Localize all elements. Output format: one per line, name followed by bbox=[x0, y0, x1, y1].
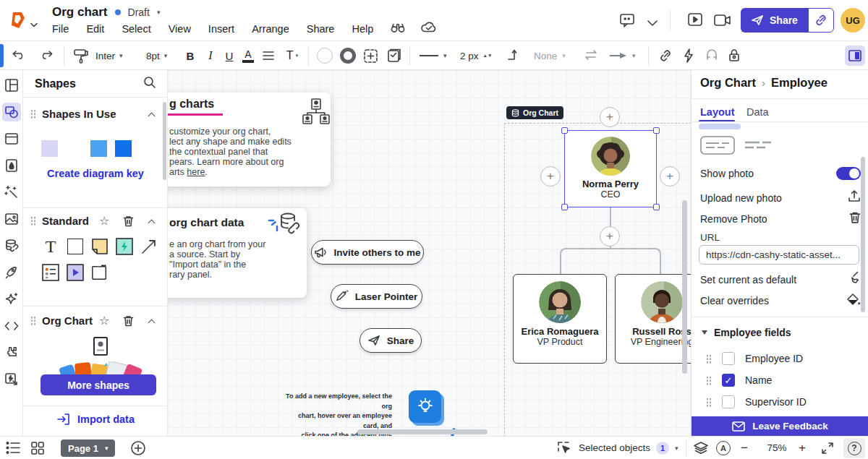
url-input[interactable]: https://cdn-cashy-static-asset... bbox=[699, 245, 859, 265]
swatch-blue[interactable] bbox=[115, 140, 132, 157]
selection-handle[interactable] bbox=[653, 204, 660, 210]
panel-toggle-button[interactable] bbox=[845, 46, 865, 66]
leave-feedback-button[interactable]: Leave Feedback bbox=[692, 416, 868, 436]
italic-button[interactable]: I bbox=[201, 46, 220, 66]
rail-code-icon[interactable] bbox=[2, 317, 21, 335]
hyperlink-icon[interactable] bbox=[658, 48, 673, 66]
canvas[interactable]: Org Chart + + + + bbox=[168, 70, 691, 436]
rail-integrations-icon[interactable] bbox=[2, 343, 21, 362]
shapes-in-use-header[interactable]: Shapes In Use bbox=[30, 108, 116, 120]
zoom-in-button[interactable]: + bbox=[799, 441, 806, 455]
favorite-star-icon[interactable]: ☆ bbox=[99, 214, 109, 228]
trash-icon[interactable] bbox=[849, 211, 861, 227]
present-play-icon[interactable] bbox=[687, 12, 703, 30]
connector-type-icon[interactable] bbox=[506, 48, 521, 65]
document-title[interactable]: Org chart bbox=[52, 5, 108, 20]
fullscreen-icon[interactable] bbox=[820, 441, 835, 458]
layout-style-lines-option[interactable] bbox=[744, 139, 773, 155]
header-chevron-down-icon[interactable] bbox=[647, 17, 658, 30]
collapse-chevron-icon[interactable] bbox=[148, 113, 156, 120]
line-color-button[interactable] bbox=[340, 48, 356, 64]
trash-icon[interactable] bbox=[123, 215, 134, 230]
org-chart-badge[interactable]: Org Chart bbox=[506, 106, 563, 119]
swap-endpoints-icon[interactable] bbox=[583, 49, 599, 64]
line-hops-select[interactable]: None▾ bbox=[534, 46, 566, 66]
canvas-share-button[interactable]: Share bbox=[359, 328, 422, 353]
selection-handle[interactable] bbox=[561, 127, 568, 134]
logo-chevron-down-icon[interactable] bbox=[30, 17, 38, 30]
rail-ink-icon[interactable] bbox=[2, 156, 21, 175]
magnetize-icon[interactable] bbox=[705, 48, 719, 66]
shape-text[interactable]: T bbox=[42, 238, 59, 255]
zoom-out-button[interactable]: − bbox=[741, 441, 748, 455]
shape-line[interactable] bbox=[140, 238, 158, 255]
page-tab[interactable]: Page 1 ▾ bbox=[61, 439, 115, 457]
add-employee-left-button[interactable]: + bbox=[540, 166, 561, 186]
trash-icon[interactable] bbox=[123, 315, 134, 330]
menu-help[interactable]: Help bbox=[352, 23, 373, 35]
copy-link-button[interactable] bbox=[808, 8, 834, 33]
employee-id-checkbox[interactable] bbox=[722, 352, 735, 365]
upload-icon[interactable] bbox=[848, 189, 861, 206]
canvas-vertical-scrollbar[interactable] bbox=[682, 200, 687, 374]
favorite-star-icon[interactable]: ☆ bbox=[99, 314, 109, 327]
undo-icon[interactable] bbox=[12, 48, 27, 64]
drag-handle-icon[interactable] bbox=[30, 109, 36, 119]
paint-bucket-icon[interactable] bbox=[846, 293, 861, 309]
rail-shapes-icon[interactable] bbox=[2, 103, 21, 121]
add-employee-right-button[interactable]: + bbox=[660, 166, 680, 186]
show-photo-toggle[interactable] bbox=[836, 167, 861, 180]
selection-handle[interactable] bbox=[653, 127, 660, 134]
paintbrush-icon[interactable] bbox=[847, 271, 861, 288]
add-page-button[interactable] bbox=[130, 440, 146, 459]
shape-process-list[interactable] bbox=[42, 264, 59, 281]
rail-image-icon[interactable] bbox=[2, 210, 21, 228]
rail-data-linking-icon[interactable] bbox=[2, 236, 21, 255]
theme-button[interactable] bbox=[363, 48, 378, 67]
layers-icon[interactable] bbox=[693, 441, 709, 458]
draft-caret-icon[interactable]: ▾ bbox=[157, 9, 161, 16]
fill-color-button[interactable] bbox=[317, 48, 333, 64]
font-size-select[interactable]: 8pt▾ bbox=[146, 46, 167, 66]
bold-button[interactable]: B bbox=[181, 46, 200, 66]
drag-handle-icon[interactable] bbox=[706, 376, 712, 385]
rail-frames-icon[interactable] bbox=[2, 129, 21, 148]
canvas-horizontal-scrollbar[interactable] bbox=[357, 429, 488, 434]
employee-fields-section[interactable]: Employee fields bbox=[702, 327, 791, 338]
menu-share[interactable]: Share bbox=[307, 23, 335, 35]
collapse-chevron-icon[interactable] bbox=[148, 319, 156, 327]
user-avatar[interactable]: UG bbox=[841, 8, 865, 33]
shape-smart-shape[interactable] bbox=[116, 238, 133, 255]
drag-handle-icon[interactable] bbox=[706, 398, 712, 407]
zoom-level[interactable]: 75% bbox=[761, 442, 793, 453]
add-employee-top-button[interactable]: + bbox=[600, 107, 620, 127]
breadcrumb-org-chart[interactable]: Org Chart bbox=[700, 76, 756, 90]
selected-objects-dropdown[interactable]: Selected objects 1 ▾ bbox=[557, 437, 678, 459]
laser-pointer-button[interactable]: Laser Pointer bbox=[331, 284, 422, 309]
name-checkbox[interactable]: ✓ bbox=[722, 374, 735, 387]
draft-status[interactable]: Draft bbox=[128, 7, 150, 18]
rail-sparkle-icon[interactable] bbox=[2, 290, 21, 309]
line-width-stepper[interactable]: 2 px ▲▼ bbox=[460, 46, 492, 66]
font-family-select[interactable]: Inter▾ bbox=[95, 46, 123, 66]
style-checklist-icon[interactable] bbox=[386, 48, 402, 67]
layout-style-card-option[interactable] bbox=[700, 136, 735, 158]
tab-data[interactable]: Data bbox=[746, 106, 769, 118]
drag-handle-icon[interactable] bbox=[706, 354, 712, 364]
find-binoculars-icon[interactable] bbox=[391, 22, 405, 36]
invite-others-button[interactable]: Invite others to me bbox=[311, 240, 424, 265]
shape-sticky-note[interactable] bbox=[91, 238, 109, 255]
pages-grid-icon[interactable] bbox=[30, 441, 45, 458]
video-camera-icon[interactable] bbox=[713, 14, 732, 30]
drag-handle-icon[interactable] bbox=[30, 316, 36, 325]
rail-automation-icon[interactable] bbox=[2, 370, 21, 389]
panel-scrollbar[interactable] bbox=[861, 157, 865, 312]
shape-media-player[interactable] bbox=[67, 264, 84, 281]
import-data-link[interactable]: Import data bbox=[23, 413, 168, 426]
menu-select[interactable]: Select bbox=[122, 23, 150, 35]
text-color-button[interactable]: A bbox=[239, 46, 258, 66]
lucid-logo[interactable] bbox=[7, 9, 27, 34]
menu-file[interactable]: File bbox=[52, 23, 69, 35]
format-painter-icon[interactable] bbox=[72, 48, 90, 67]
more-shapes-button[interactable]: More shapes bbox=[41, 374, 156, 395]
